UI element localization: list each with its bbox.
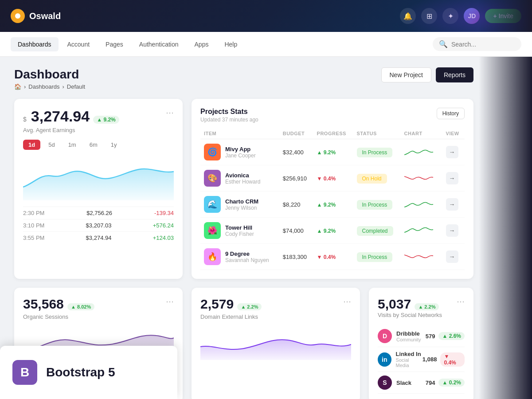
dribbble-stats: 579 ▲ 2.6% <box>426 332 465 340</box>
domain-chart <box>200 325 351 360</box>
view-arrow-button[interactable]: → <box>446 146 458 158</box>
slack-change: ▲ 0.2% <box>438 379 465 387</box>
project-view-cell[interactable]: → <box>442 218 465 244</box>
search-input[interactable] <box>451 41 515 48</box>
earnings-chart <box>23 156 174 200</box>
project-item-cell: 🎨 Avionica Esther Howard <box>200 165 279 192</box>
social-change: ▲ 2.2% <box>415 303 439 310</box>
breadcrumb: 🏠 › Dashboards › Default <box>14 83 85 90</box>
projects-header: Projects Stats Updated 37 minutes ago Hi… <box>200 108 465 123</box>
col-status: STATUS <box>353 128 401 139</box>
social-row-linkedin: in Linked In Social Media 1,088 ▼ 0.4% <box>378 347 465 372</box>
row-amount: $2,756.26 <box>86 210 112 216</box>
earnings-row: 3:55 PM $3,274.94 +124.03 <box>23 231 174 244</box>
linkedin-type: Social Media <box>396 357 422 368</box>
page-title: Dashboard <box>14 67 85 82</box>
time-tab-1m[interactable]: 1m <box>63 140 82 150</box>
breadcrumb-default: Default <box>67 83 85 90</box>
nav-bar: Dashboards Account Pages Authentication … <box>0 32 532 57</box>
time-tab-5d[interactable]: 5d <box>43 140 60 150</box>
social-row-left: D Dribbble Community <box>378 329 421 343</box>
view-arrow-button[interactable]: → <box>446 198 458 211</box>
social-row-dribbble: D Dribbble Community 579 ▲ 2.6% <box>378 325 465 347</box>
linkedin-change: ▼ 0.4% <box>440 352 465 367</box>
time-tab-1y[interactable]: 1y <box>106 140 122 150</box>
domain-links-card: 2,579 ▲ 2.2% Domain External Links ⋯ <box>192 288 360 399</box>
time-tabs: 1d 5d 1m 6m 1y <box>23 140 174 150</box>
project-item-cell: 🌀 Mivy App Jane Cooper <box>200 139 279 165</box>
project-chart-cell <box>401 139 442 165</box>
breadcrumb-dashboards[interactable]: Dashboards <box>28 83 59 90</box>
stat-header-2: 2,579 ▲ 2.2% Domain External Links ⋯ <box>200 297 351 320</box>
reports-button[interactable]: Reports <box>436 67 473 82</box>
logo-icon <box>11 9 25 23</box>
nav-item-pages[interactable]: Pages <box>98 37 130 51</box>
nav-item-apps[interactable]: Apps <box>188 37 216 51</box>
time-tab-1d[interactable]: 1d <box>23 140 40 150</box>
slack-stats: 794 ▲ 0.2% <box>426 379 465 387</box>
notification-icon[interactable]: 🔔 <box>400 8 416 24</box>
more-options-icon[interactable]: ⋯ <box>166 108 174 117</box>
projects-card: Projects Stats Updated 37 minutes ago Hi… <box>192 99 473 279</box>
earnings-rows: 2:30 PM $2,756.26 -139.34 3:10 PM $3,207… <box>23 207 174 244</box>
dribbble-info: Dribbble Community <box>396 330 421 342</box>
social-rows: D Dribbble Community 579 ▲ 2.6% in <box>378 325 465 394</box>
project-item-cell: 🌺 Tower Hill Cody Fisher <box>200 218 279 244</box>
linkedin-stats: 1,088 ▼ 0.4% <box>422 352 465 367</box>
view-arrow-button[interactable]: → <box>446 224 458 237</box>
nav-item-help[interactable]: Help <box>217 37 244 51</box>
invite-button[interactable]: + Invite <box>485 9 521 23</box>
project-status-cell: On Hold <box>353 165 401 192</box>
row-amount: $3,207.03 <box>86 222 112 229</box>
share-icon[interactable]: ✦ <box>442 8 458 24</box>
table-row: 🎨 Avionica Esther Howard $256,910 ▼ 0.4%… <box>200 165 465 192</box>
project-view-cell[interactable]: → <box>442 244 465 270</box>
history-button[interactable]: History <box>437 108 465 119</box>
grid-icon[interactable]: ⊞ <box>421 8 437 24</box>
project-chart-cell <box>401 165 442 192</box>
social-stat: 5,037 ▲ 2.2% <box>378 297 442 312</box>
project-chart-cell <box>401 244 442 270</box>
row-change: +124.03 <box>153 235 174 241</box>
avatar[interactable]: JD <box>464 8 480 24</box>
project-budget-cell: $256,910 <box>279 165 313 192</box>
social-row-slack: S Slack 794 ▲ 0.2% <box>378 372 465 394</box>
sessions-more-icon[interactable]: ⋯ <box>166 297 174 306</box>
view-arrow-button[interactable]: → <box>446 172 458 184</box>
project-item-cell: 🔥 9 Degree Savannah Nguyen <box>200 244 279 270</box>
new-project-button[interactable]: New Project <box>381 67 431 82</box>
project-view-cell[interactable]: → <box>442 165 465 192</box>
col-view: VIEW <box>442 128 465 139</box>
bootstrap-logo: B <box>12 360 37 385</box>
project-item-cell: 🌊 Charto CRM Jenny Wilson <box>200 192 279 218</box>
projects-title: Projects Stats <box>200 108 258 116</box>
view-arrow-button[interactable]: → <box>446 250 458 263</box>
social-more-icon[interactable]: ⋯ <box>457 297 465 306</box>
domain-more-icon[interactable]: ⋯ <box>343 297 351 306</box>
domain-number-area: 2,579 ▲ 2.2% Domain External Links <box>200 297 262 320</box>
nav-item-authentication[interactable]: Authentication <box>132 37 186 51</box>
row-time: 3:55 PM <box>23 235 44 241</box>
project-view-cell[interactable]: → <box>442 139 465 165</box>
nav-item-dashboards[interactable]: Dashboards <box>11 37 59 51</box>
table-row: 🌊 Charto CRM Jenny Wilson $8,220 ▲ 9.2% … <box>200 192 465 218</box>
project-progress-cell: ▲ 9.2% <box>313 218 353 244</box>
dribbble-type: Community <box>396 337 421 342</box>
col-item: ITEM <box>200 128 279 139</box>
row-change: -139.34 <box>154 210 174 216</box>
linkedin-count: 1,088 <box>422 356 437 363</box>
logo-area: Oswald <box>11 9 400 23</box>
project-chart-cell <box>401 218 442 244</box>
project-view-cell[interactable]: → <box>442 192 465 218</box>
earnings-card: $ 3,274.94 ▲ 9.2% Avg. Agent Earnings ⋯ … <box>14 99 183 279</box>
earnings-change-badge: ▲ 9.2% <box>93 116 119 124</box>
stat-number-area: 35,568 ▲ 8.02% Organic Sessions <box>23 297 94 320</box>
time-tab-6m[interactable]: 6m <box>84 140 103 150</box>
earnings-label: Avg. Agent Earnings <box>23 127 119 133</box>
nav-item-account[interactable]: Account <box>60 37 97 51</box>
slack-info: Slack <box>396 379 411 386</box>
top-header: Oswald 🔔 ⊞ ✦ JD + Invite <box>0 0 532 32</box>
main-cards-grid: $ 3,274.94 ▲ 9.2% Avg. Agent Earnings ⋯ … <box>14 99 473 279</box>
row-time: 2:30 PM <box>23 210 44 216</box>
domain-change: ▲ 2.2% <box>237 303 262 310</box>
